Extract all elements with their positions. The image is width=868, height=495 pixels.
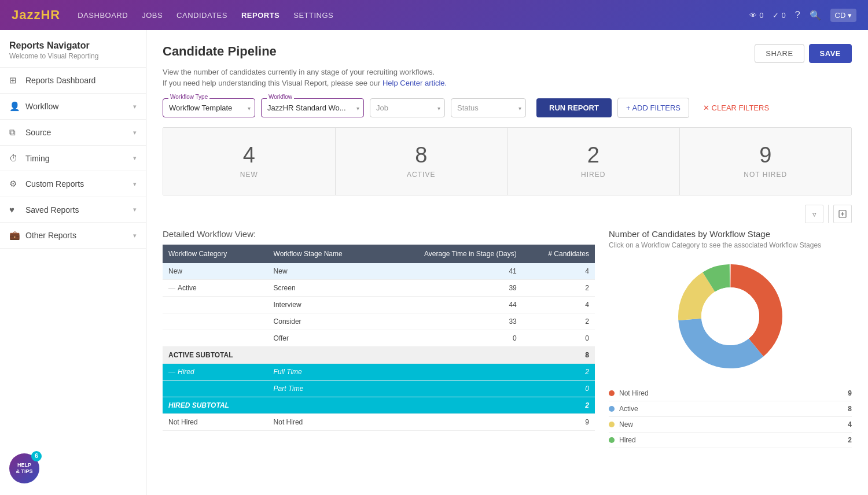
legend-dot-hired bbox=[609, 437, 615, 443]
clear-filters-button[interactable]: ✕ CLEAR FILTERS bbox=[695, 98, 777, 117]
add-filters-button[interactable]: + ADD FILTERS bbox=[617, 98, 689, 118]
job-select[interactable]: Job bbox=[370, 98, 445, 117]
cell-category: —Active bbox=[163, 280, 268, 297]
source-icon: ⧉ bbox=[9, 127, 25, 138]
user-menu[interactable]: CD ▾ bbox=[830, 9, 856, 22]
table-row-hired: —Hired Full Time 2 bbox=[163, 364, 595, 381]
cell-category bbox=[163, 381, 268, 397]
legend-item-new[interactable]: New 4 bbox=[609, 417, 852, 433]
legend-label-not-hired: Not Hired bbox=[619, 389, 848, 397]
nav-right: 👁 0 ✓ 0 ? 🔍 CD ▾ bbox=[749, 9, 856, 22]
logo[interactable]: JazzHR bbox=[12, 8, 60, 23]
workflow-select[interactable]: JazzHR Standard Wo... bbox=[261, 98, 364, 117]
table-title: Detailed Workflow View: bbox=[163, 229, 595, 239]
person-icon: 👤 bbox=[9, 101, 25, 112]
sidebar-label-timing: Timing bbox=[25, 154, 133, 163]
sidebar-item-timing[interactable]: ⏱ Timing ▾ bbox=[0, 146, 146, 171]
workflow-type-select[interactable]: Workflow Template bbox=[163, 98, 255, 117]
minus-icon-hired: — bbox=[168, 368, 175, 376]
cell-count: 4 bbox=[523, 263, 595, 280]
chevron-down-icon: ▾ bbox=[133, 103, 137, 110]
cell-avg bbox=[379, 347, 523, 364]
filter-icon[interactable]: ▿ bbox=[805, 205, 823, 223]
divider bbox=[828, 205, 829, 223]
cell-avg: 39 bbox=[379, 280, 523, 297]
cell-count: 8 bbox=[523, 347, 595, 364]
table-section: Detailed Workflow View: Workflow Categor… bbox=[163, 229, 595, 448]
check-count: 0 bbox=[781, 11, 785, 20]
cell-avg: 41 bbox=[379, 263, 523, 280]
cell-stage: Full Time bbox=[268, 364, 379, 381]
workflow-type-filter: Workflow Type Workflow Template ▾ bbox=[163, 98, 255, 117]
sidebar-item-workflow[interactable]: 👤 Workflow ▾ bbox=[0, 94, 146, 120]
logo-hr: HR bbox=[41, 8, 60, 22]
help-center-link[interactable]: Help Center article. bbox=[382, 79, 447, 87]
donut-chart[interactable] bbox=[672, 258, 788, 374]
share-button[interactable]: SHARE bbox=[755, 44, 804, 63]
filters-row: Workflow Type Workflow Template ▾ Workfl… bbox=[163, 98, 852, 118]
cell-category: —Hired bbox=[163, 364, 268, 381]
col-workflow-stage: Workflow Stage Name bbox=[268, 245, 379, 263]
nav-jobs[interactable]: JOBS bbox=[142, 11, 163, 20]
cell-stage: Interview bbox=[268, 297, 379, 313]
stats-row: 4 NEW 8 ACTIVE 2 HIRED 9 NOT HIRED bbox=[163, 127, 852, 195]
save-button[interactable]: SAVE bbox=[809, 44, 852, 63]
sidebar: Reports Navigator Welcome to Visual Repo… bbox=[0, 30, 146, 495]
sidebar-label-custom-reports: Custom Reports bbox=[25, 179, 133, 189]
page-help-text: If you need help understanding this Visu… bbox=[163, 79, 852, 87]
help-tips-button[interactable]: HELP& TIPS 6 bbox=[9, 453, 39, 483]
legend-value-hired: 2 bbox=[848, 436, 852, 444]
top-nav: JazzHR DASHBOARD JOBS CANDIDATES REPORTS… bbox=[0, 0, 868, 30]
export-icon[interactable] bbox=[833, 205, 852, 223]
sidebar-item-saved-reports[interactable]: ♥ Saved Reports ▾ bbox=[0, 197, 146, 223]
sidebar-subtitle: Welcome to Visual Reporting bbox=[9, 52, 137, 60]
stat-active: 8 ACTIVE bbox=[336, 128, 508, 195]
stat-active-label: ACTIVE bbox=[345, 171, 498, 179]
chevron-down-icon-6: ▾ bbox=[133, 232, 137, 239]
sidebar-item-custom-reports[interactable]: ⚙ Custom Reports ▾ bbox=[0, 171, 146, 197]
check-badge[interactable]: ✓ 0 bbox=[773, 11, 785, 20]
chevron-down-icon-5: ▾ bbox=[133, 206, 137, 213]
status-select[interactable]: Status bbox=[451, 98, 526, 117]
cell-stage: Offer bbox=[268, 330, 379, 347]
cell-count: 2 bbox=[523, 280, 595, 297]
cell-count: 4 bbox=[523, 297, 595, 313]
table-row-not-hired: Not Hired Not Hired 9 bbox=[163, 414, 595, 431]
page-description: View the number of candidates currently … bbox=[163, 68, 852, 76]
cell-category bbox=[163, 297, 268, 313]
search-icon[interactable]: 🔍 bbox=[810, 10, 821, 21]
stat-hired: 2 HIRED bbox=[507, 128, 680, 195]
sidebar-item-other-reports[interactable]: 💼 Other Reports ▾ bbox=[0, 223, 146, 249]
eye-count: 0 bbox=[759, 11, 763, 20]
legend-dot-active bbox=[609, 406, 615, 412]
table-actions: ▿ bbox=[163, 205, 852, 223]
nav-dashboard[interactable]: DASHBOARD bbox=[78, 11, 128, 20]
stat-not-hired: 9 NOT HIRED bbox=[680, 128, 852, 195]
help-badge: 6 bbox=[31, 451, 42, 461]
legend-item-not-hired[interactable]: Not Hired 9 bbox=[609, 386, 852, 401]
legend-dot-new bbox=[609, 422, 615, 427]
chevron-down-icon-4: ▾ bbox=[133, 180, 137, 188]
run-report-button[interactable]: RUN REPORT bbox=[536, 98, 612, 117]
sidebar-label-saved-reports: Saved Reports bbox=[25, 205, 133, 215]
eye-badge[interactable]: 👁 0 bbox=[749, 11, 763, 20]
cell-category: New bbox=[163, 263, 268, 280]
legend-label-active: Active bbox=[619, 405, 848, 413]
nav-candidates[interactable]: CANDIDATES bbox=[176, 11, 227, 20]
sidebar-item-source[interactable]: ⧉ Source ▾ bbox=[0, 120, 146, 146]
nav-reports[interactable]: REPORTS bbox=[241, 11, 279, 20]
grid-icon: ⊞ bbox=[9, 75, 25, 86]
legend-item-active[interactable]: Active 8 bbox=[609, 401, 852, 417]
stat-not-hired-number: 9 bbox=[689, 144, 843, 166]
sidebar-item-reports-dashboard[interactable]: ⊞ Reports Dashboard bbox=[0, 68, 146, 94]
help-icon[interactable]: ? bbox=[795, 10, 800, 20]
cell-stage bbox=[268, 347, 379, 364]
legend-item-hired[interactable]: Hired 2 bbox=[609, 433, 852, 448]
col-workflow-category: Workflow Category bbox=[163, 245, 268, 263]
legend-label-new: New bbox=[619, 420, 848, 428]
nav-links: DASHBOARD JOBS CANDIDATES REPORTS SETTIN… bbox=[78, 11, 749, 20]
workflow-table: Workflow Category Workflow Stage Name Av… bbox=[163, 245, 595, 431]
workflow-label: Workflow bbox=[267, 94, 294, 100]
cell-category: ACTIVE SUBTOTAL bbox=[163, 347, 268, 364]
nav-settings[interactable]: SETTINGS bbox=[293, 11, 333, 20]
